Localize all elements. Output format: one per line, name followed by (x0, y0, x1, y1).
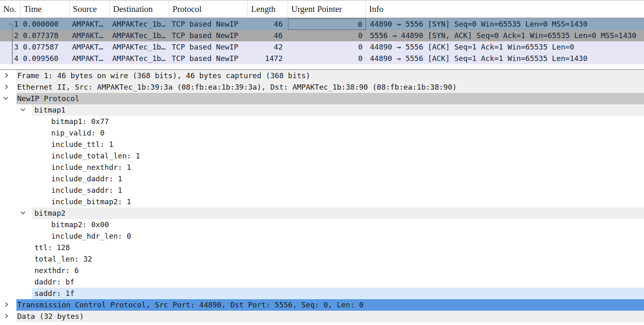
tree-row-bar: Transmission Control Protocol, Src Port:… (16, 299, 644, 311)
tree-row-bar: nip_valid: 0 (48, 127, 644, 139)
tree-row-label: total_len: 32 (32, 253, 92, 265)
cell-no: 3 (0, 41, 20, 53)
chevron-right-icon[interactable] (3, 84, 8, 89)
tree-row-total-len[interactable]: total_len: 32 (0, 253, 644, 265)
column-header-destination[interactable]: Destination (110, 1, 169, 18)
tree-row-bar: nexthdr: 6 (32, 265, 644, 276)
cell-urgent_pointer: 0 (288, 18, 366, 30)
cell-source: AMPAKT… (70, 18, 110, 30)
tree-row-bar: bitmap1 (32, 104, 644, 116)
tree-row-newip-protocol[interactable]: NewIP Protocol (0, 93, 644, 104)
packet-row-4[interactable]: 40.099560AMPAKT…AMPAKTec_1b…TCP based Ne… (0, 53, 644, 64)
tree-row-label: NewIP Protocol (16, 93, 79, 104)
tree-row-bar: daddr: bf (32, 276, 644, 288)
tree-row-label: include_daddr: 1 (48, 173, 122, 185)
column-header-no[interactable]: No. (0, 1, 20, 18)
cell-info: 44890 → 5556 [ACK] Seq=1 Ack=1 Win=65535… (366, 41, 644, 53)
packet-row-3[interactable]: 30.077587AMPAKT…AMPAKTec_1b…TCP based Ne… (0, 41, 644, 53)
column-header-protocol[interactable]: Protocol (169, 1, 248, 18)
chevron-down-icon[interactable] (20, 210, 25, 214)
tree-row-label: nip_valid: 0 (48, 127, 104, 139)
tree-row-include-daddr[interactable]: include_daddr: 1 (0, 173, 644, 185)
tree-row-nexthdr[interactable]: nexthdr: 6 (0, 265, 644, 276)
tree-row-data[interactable]: Data (32 bytes) (0, 311, 644, 322)
tree-row-tcp[interactable]: Transmission Control Protocol, Src Port:… (0, 299, 644, 311)
cell-info: 44890 → 5556 [SYN] Seq=0 Win=65535 Len=0… (366, 18, 644, 30)
column-header-length[interactable]: Length (248, 1, 288, 18)
cell-time: 0.077378 (20, 30, 70, 41)
tree-row-ethernet[interactable]: Ethernet II, Src: AMPAKTec_1b:39:3a (08:… (0, 81, 644, 93)
cell-info: 5556 → 44890 [SYN, ACK] Seq=0 Ack=1 Win=… (366, 30, 644, 41)
tree-row-include-bitmap2[interactable]: include_bitmap2: 1 (0, 196, 644, 208)
packet-row-1[interactable]: 10.000000AMPAKT…AMPAKTec_1b…TCP based Ne… (0, 18, 644, 30)
tree-row-bar: include_saddr: 1 (48, 185, 644, 196)
tree-row-bar: bitmap1: 0x77 (48, 116, 644, 127)
cell-protocol: TCP based NewIP (169, 18, 248, 30)
tree-row-label: bitmap1: 0x77 (48, 116, 109, 127)
tree-row-bitmap2[interactable]: bitmap2 (0, 208, 644, 219)
tree-row-label: include_ttl: 1 (48, 139, 113, 150)
tree-row-daddr[interactable]: daddr: bf (0, 276, 644, 288)
tree-row-label: Data (32 bytes) (16, 311, 84, 322)
tree-row-include-ttl[interactable]: include_ttl: 1 (0, 139, 644, 150)
tree-row-label: Frame 1: 46 bytes on wire (368 bits), 46… (16, 70, 310, 81)
column-header-urgent_pointer[interactable]: Urgent Pointer (288, 1, 366, 18)
tree-row-bar: include_ttl: 1 (48, 139, 644, 150)
cell-destination: AMPAKTec_1b… (110, 53, 169, 64)
tree-row-label: saddr: 1f (32, 288, 75, 299)
cell-urgent_pointer: 0 (288, 30, 366, 41)
column-header-source[interactable]: Source (70, 1, 110, 18)
cell-protocol: TCP based NewIP (169, 53, 248, 64)
tree-row-bar: saddr: 1f (32, 288, 644, 299)
tree-row-nip-valid[interactable]: nip_valid: 0 (0, 127, 644, 139)
column-header-time[interactable]: Time (20, 1, 70, 18)
tree-row-bar: include_daddr: 1 (48, 173, 644, 185)
packet-list-pane: No.TimeSourceDestinationProtocolLengthUr… (0, 1, 644, 64)
cell-no: 2 (0, 30, 20, 41)
tree-row-bitmap1-value[interactable]: bitmap1: 0x77 (0, 116, 644, 127)
chevron-right-icon[interactable] (3, 302, 8, 307)
cell-length: 42 (248, 41, 288, 53)
tree-row-label: Transmission Control Protocol, Src Port:… (16, 299, 363, 311)
chevron-down-icon[interactable] (20, 106, 25, 111)
tree-row-include-nexthdr[interactable]: include_nexthdr: 1 (0, 162, 644, 173)
conversation-bracket-tick (9, 24, 12, 25)
cell-protocol: TCP based NewIP (169, 30, 248, 41)
tree-row-bar: Frame 1: 46 bytes on wire (368 bits), 46… (16, 70, 644, 81)
tree-row-bar: include_bitmap2: 1 (48, 196, 644, 208)
tree-row-bar: include_hdr_len: 0 (48, 230, 644, 242)
tree-row-label: include_nexthdr: 1 (48, 162, 131, 173)
tree-row-saddr[interactable]: saddr: 1f (0, 288, 644, 299)
chevron-right-icon[interactable] (3, 314, 8, 318)
chevron-down-icon[interactable] (3, 95, 8, 99)
tree-row-bar: total_len: 32 (32, 253, 644, 265)
tree-row-label: include_total_len: 1 (48, 150, 140, 162)
cell-source: AMPAKT… (70, 53, 110, 64)
tree-row-bitmap2-value[interactable]: bitmap2: 0x00 (0, 219, 644, 230)
cell-info: 44890 → 5556 [ACK] Seq=1 Ack=1 Win=65535… (366, 53, 644, 64)
packet-row-2[interactable]: 20.077378AMPAKT…AMPAKTec_1b…TCP based Ne… (0, 30, 644, 41)
cell-no: 4 (0, 53, 20, 64)
tree-row-label: include_bitmap2: 1 (48, 196, 131, 208)
packet-detail-pane: Frame 1: 46 bytes on wire (368 bits), 46… (0, 70, 644, 322)
cell-time: 0.099560 (20, 53, 70, 64)
tree-row-label: bitmap1 (32, 104, 66, 116)
tree-row-include-saddr[interactable]: include_saddr: 1 (0, 185, 644, 196)
tree-row-label: include_hdr_len: 0 (48, 230, 131, 242)
tree-row-include-hdr-len[interactable]: include_hdr_len: 0 (0, 230, 644, 242)
cell-destination: AMPAKTec_1b… (110, 30, 169, 41)
tree-row-ttl[interactable]: ttl: 128 (0, 242, 644, 253)
tree-row-bar: Ethernet II, Src: AMPAKTec_1b:39:3a (08:… (16, 81, 644, 93)
cell-length: 1472 (248, 53, 288, 64)
tree-row-bar: ttl: 128 (32, 242, 644, 253)
cell-length: 46 (248, 18, 288, 30)
cell-time: 0.000000 (20, 18, 70, 30)
tree-row-frame[interactable]: Frame 1: 46 bytes on wire (368 bits), 46… (0, 70, 644, 81)
pane-gap (0, 64, 644, 69)
cell-source: AMPAKT… (70, 30, 110, 41)
column-header-info[interactable]: Info (366, 1, 644, 18)
tree-row-include-total-len[interactable]: include_total_len: 1 (0, 150, 644, 162)
chevron-right-icon[interactable] (3, 73, 8, 77)
cell-length: 46 (248, 30, 288, 41)
tree-row-bitmap1[interactable]: bitmap1 (0, 104, 644, 116)
